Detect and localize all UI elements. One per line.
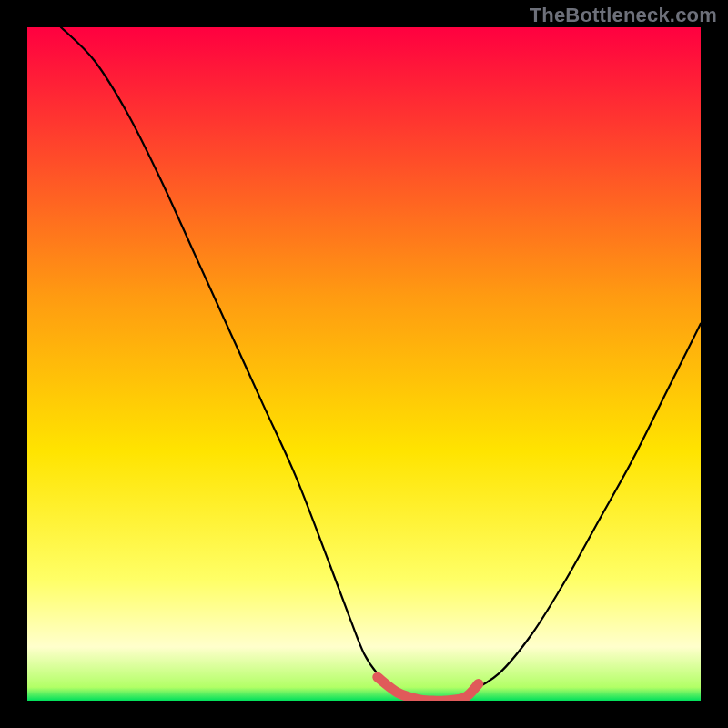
plot-svg	[27, 27, 701, 701]
attribution-text: TheBottleneck.com	[530, 4, 717, 27]
plot-background	[27, 27, 701, 701]
chart-container: TheBottleneck.com	[0, 0, 728, 728]
